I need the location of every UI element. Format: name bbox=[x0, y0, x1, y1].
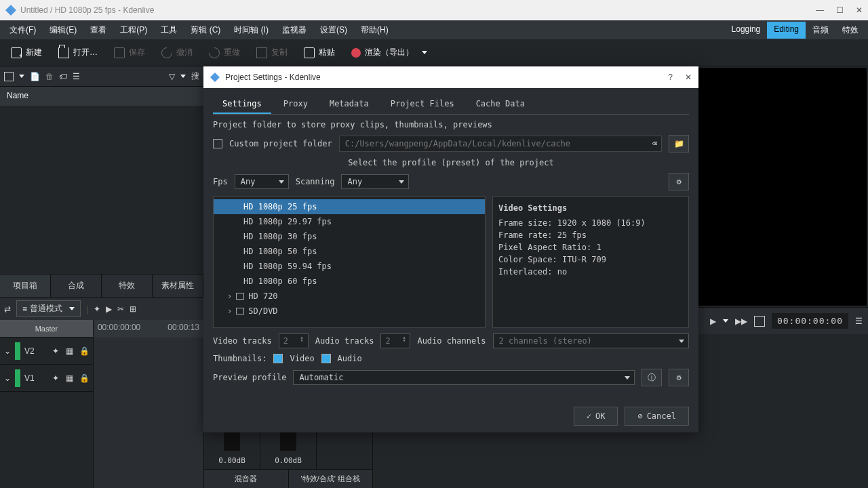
layout-logging[interactable]: Logging bbox=[725, 22, 768, 39]
clear-icon[interactable]: ⌫ bbox=[652, 139, 657, 148]
track-v1[interactable]: ⌄V1 ✦▦🔒 bbox=[0, 365, 93, 392]
audio-channels-select[interactable]: 2 channels (stereo) bbox=[493, 333, 689, 348]
track-v2[interactable]: ⌄V2 ✦▦🔒 bbox=[0, 338, 93, 365]
browse-folder-button[interactable]: 📁 bbox=[669, 135, 689, 152]
timecode-display[interactable]: 00:00:00:00 bbox=[772, 313, 848, 329]
menu-icon[interactable]: ☰ bbox=[73, 72, 80, 81]
profile-group[interactable]: SD/DVD bbox=[214, 304, 485, 319]
tag-icon[interactable]: 🏷 bbox=[59, 72, 67, 81]
open-icon bbox=[58, 47, 69, 58]
add-clip-icon[interactable]: 📄 bbox=[30, 72, 40, 81]
cancel-button[interactable]: ⊘Cancel bbox=[625, 407, 689, 426]
copy-button[interactable]: 复制 bbox=[250, 43, 294, 62]
thumb-audio-checkbox[interactable] bbox=[321, 354, 331, 363]
layout-audio[interactable]: 音频 bbox=[806, 22, 835, 39]
edit-mode-select[interactable]: ≡普通模式 bbox=[16, 300, 81, 317]
profile-item[interactable]: HD 1080p 59.94 fps bbox=[214, 259, 485, 274]
menu-edit[interactable]: 编辑(E) bbox=[43, 22, 83, 39]
preview-profile-select[interactable]: Automatic bbox=[293, 370, 635, 385]
tool-spacer-icon[interactable]: ⊞ bbox=[130, 304, 136, 314]
profile-item[interactable]: HD 1080p 30 fps bbox=[214, 229, 485, 244]
layout-editing[interactable]: Editing bbox=[767, 22, 806, 39]
profile-item[interactable]: HD 1080p 60 fps bbox=[214, 274, 485, 289]
timeline-ruler[interactable]: 00:00:00:0000:00:13 bbox=[94, 320, 203, 338]
close-button[interactable]: ✕ bbox=[856, 5, 863, 15]
mute-icon[interactable]: ▦ bbox=[66, 373, 75, 383]
delete-icon[interactable]: 🗑 bbox=[45, 72, 54, 81]
expand-icon[interactable]: ⌄ bbox=[4, 373, 11, 383]
tool-play-icon[interactable]: ▶ bbox=[106, 304, 112, 314]
chevron-down-icon[interactable] bbox=[723, 319, 728, 323]
tab-clip-properties[interactable]: 素材属性 bbox=[153, 274, 203, 297]
expand-icon[interactable]: ⌄ bbox=[4, 346, 11, 356]
redo-button[interactable]: 重做 bbox=[202, 43, 247, 62]
lock-icon[interactable]: 🔒 bbox=[79, 373, 89, 383]
menu-tools[interactable]: 工具 bbox=[154, 22, 184, 39]
tab-proxy[interactable]: Proxy bbox=[274, 95, 317, 114]
maximize-button[interactable]: ☐ bbox=[836, 5, 844, 15]
profile-item[interactable]: HD 1080p 50 fps bbox=[214, 244, 485, 259]
tab-project-files[interactable]: Project Files bbox=[381, 95, 464, 114]
chevron-down-icon[interactable] bbox=[180, 75, 186, 78]
timeline-canvas[interactable]: 00:00:00:0000:00:13 bbox=[94, 320, 203, 488]
lock-icon[interactable]: 🔒 bbox=[79, 346, 89, 356]
menu-project[interactable]: 工程(P) bbox=[113, 22, 154, 39]
tab-project-bin[interactable]: 项目箱 bbox=[0, 274, 51, 297]
profile-item[interactable]: HD 1080p 29.97 fps bbox=[214, 214, 485, 229]
effects-icon[interactable]: ✦ bbox=[52, 373, 62, 383]
paste-button[interactable]: 粘贴 bbox=[297, 43, 342, 62]
menu-view[interactable]: 查看 bbox=[83, 22, 113, 39]
layout-effects[interactable]: 特效 bbox=[835, 22, 865, 39]
preview-info-button[interactable]: ⓘ bbox=[642, 369, 662, 386]
tool-select-icon[interactable]: ✦ bbox=[94, 304, 100, 314]
bin-column-name[interactable]: Name bbox=[0, 87, 203, 106]
tab-effect-stack[interactable]: '特效/合成' 组合栈 bbox=[289, 470, 374, 488]
chevron-down-icon[interactable] bbox=[19, 75, 24, 78]
forward-button[interactable]: ▶▶ bbox=[735, 317, 747, 326]
tab-cache-data[interactable]: Cache Data bbox=[467, 95, 534, 114]
tab-mixer[interactable]: 混音器 bbox=[204, 470, 289, 488]
monitor-menu-icon[interactable]: ☰ bbox=[855, 317, 863, 326]
menu-file[interactable]: 文件(F) bbox=[3, 22, 43, 39]
scanning-select[interactable]: Any bbox=[341, 174, 409, 189]
profile-item[interactable]: HD 1080p 25 fps bbox=[214, 199, 485, 214]
play-button[interactable]: ▶ bbox=[710, 317, 716, 326]
effects-icon[interactable]: ✦ bbox=[52, 346, 62, 356]
save-button[interactable]: 保存 bbox=[107, 43, 152, 62]
preview-settings-button[interactable]: ⚙ bbox=[669, 369, 689, 386]
menu-clip[interactable]: 剪辑 (C) bbox=[184, 22, 227, 39]
track-settings-icon[interactable]: ⇄ bbox=[4, 304, 11, 314]
menu-help[interactable]: 帮助(H) bbox=[354, 22, 395, 39]
menu-timeline[interactable]: 时间轴 (I) bbox=[227, 22, 275, 39]
track-master[interactable]: Master bbox=[0, 320, 93, 338]
undo-button[interactable]: 撤消 bbox=[155, 43, 199, 62]
thumb-video-checkbox[interactable] bbox=[273, 354, 283, 363]
dialog-close-button[interactable]: ✕ bbox=[685, 73, 692, 82]
zone-icon[interactable] bbox=[754, 316, 765, 327]
profile-list[interactable]: HD 1080p 25 fps HD 1080p 29.97 fps HD 10… bbox=[213, 196, 486, 328]
tab-effects[interactable]: 特效 bbox=[102, 274, 153, 297]
tool-razor-icon[interactable]: ✂ bbox=[117, 304, 124, 314]
fps-select[interactable]: Any bbox=[235, 174, 289, 189]
mute-icon[interactable]: ▦ bbox=[66, 346, 75, 356]
ok-button[interactable]: ✓OK bbox=[574, 407, 618, 426]
filter-icon[interactable]: ▽ bbox=[169, 72, 175, 81]
audio-tracks-input[interactable]: 2 bbox=[380, 333, 410, 348]
minimize-button[interactable]: — bbox=[816, 5, 824, 15]
profile-group[interactable]: HD 720 bbox=[214, 289, 485, 304]
help-button[interactable]: ? bbox=[668, 73, 673, 82]
profile-settings-button[interactable]: ⚙ bbox=[669, 173, 689, 190]
new-button[interactable]: 新建 bbox=[4, 43, 49, 62]
view-mode-icon[interactable] bbox=[4, 72, 14, 81]
menu-monitor[interactable]: 监视器 bbox=[275, 22, 313, 39]
bin-body[interactable] bbox=[0, 106, 203, 274]
render-button[interactable]: 渲染（导出） bbox=[344, 43, 434, 62]
tab-metadata[interactable]: Metadata bbox=[320, 95, 378, 114]
tab-compositions[interactable]: 合成 bbox=[51, 274, 102, 297]
open-button[interactable]: 打开… bbox=[52, 43, 104, 62]
tab-settings[interactable]: Settings bbox=[213, 95, 271, 114]
custom-folder-checkbox[interactable] bbox=[213, 139, 222, 148]
video-tracks-input[interactable]: 2 bbox=[279, 333, 309, 348]
menu-settings[interactable]: 设置(S) bbox=[313, 22, 354, 39]
folder-path-input[interactable]: C:/Users/wangpeng/AppData/Local/kdenlive… bbox=[339, 136, 662, 152]
